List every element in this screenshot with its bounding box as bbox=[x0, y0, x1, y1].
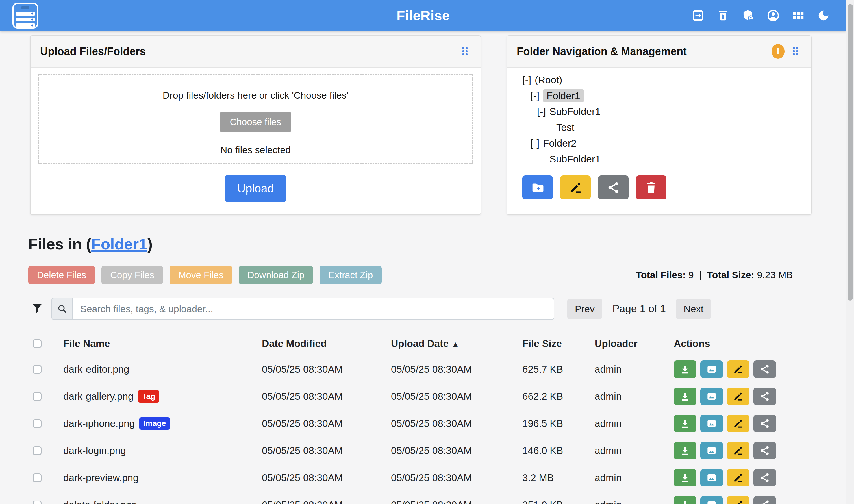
filerise-logo-icon[interactable] bbox=[13, 2, 38, 29]
file-dropzone[interactable]: Drop files/folders here or click 'Choose… bbox=[38, 74, 473, 164]
preview-file-button[interactable] bbox=[700, 415, 723, 432]
share-file-button[interactable] bbox=[753, 442, 776, 460]
preview-file-button[interactable] bbox=[700, 496, 723, 504]
column-header-uploaded[interactable]: Upload Date▲ bbox=[391, 338, 522, 349]
tree-item-folder1[interactable]: [-] Folder1 bbox=[522, 88, 811, 104]
row-checkbox[interactable] bbox=[33, 446, 41, 455]
column-header-modified[interactable]: Date Modified bbox=[262, 338, 391, 349]
row-checkbox[interactable] bbox=[33, 501, 41, 504]
tree-label[interactable]: SubFolder1 bbox=[549, 106, 601, 117]
drag-handle-icon[interactable] bbox=[789, 44, 801, 58]
tree-item-test[interactable]: Test bbox=[522, 120, 811, 135]
row-actions bbox=[674, 442, 793, 460]
download-file-button[interactable] bbox=[674, 442, 696, 460]
trash-restore-icon[interactable] bbox=[716, 8, 730, 23]
next-page-button[interactable]: Next bbox=[676, 299, 711, 319]
upload-button[interactable]: Upload bbox=[225, 175, 287, 202]
column-header-name[interactable]: File Name bbox=[63, 338, 262, 349]
move-files-button[interactable]: Move Files bbox=[169, 266, 232, 285]
tree-label[interactable]: Test bbox=[556, 122, 574, 133]
share-file-button[interactable] bbox=[753, 469, 776, 486]
tree-label[interactable]: (Root) bbox=[535, 74, 562, 86]
column-header-uploader[interactable]: Uploader bbox=[595, 338, 674, 349]
extract-zip-button[interactable]: Extract Zip bbox=[320, 266, 382, 285]
app-title: FileRise bbox=[397, 8, 450, 23]
admin-shield-icon[interactable] bbox=[741, 8, 755, 23]
share-file-button[interactable] bbox=[753, 496, 776, 504]
folder-card-header: Folder Navigation & Management bbox=[507, 36, 811, 68]
rename-file-button[interactable] bbox=[727, 415, 749, 432]
sign-out-icon[interactable] bbox=[691, 8, 705, 23]
rename-file-button[interactable] bbox=[727, 360, 749, 378]
share-icon bbox=[759, 472, 770, 483]
tree-label[interactable]: Folder2 bbox=[543, 138, 577, 149]
share-file-button[interactable] bbox=[753, 388, 776, 405]
download-icon bbox=[679, 418, 691, 429]
folder-plus-icon bbox=[530, 181, 545, 195]
dropzone-text: Drop files/folders here or click 'Choose… bbox=[163, 90, 348, 101]
download-file-button[interactable] bbox=[674, 496, 696, 504]
preview-file-button[interactable] bbox=[700, 442, 723, 460]
download-file-button[interactable] bbox=[674, 415, 696, 432]
header-icon-group bbox=[691, 8, 831, 23]
pencil-icon bbox=[732, 364, 744, 375]
drag-handle-icon[interactable] bbox=[458, 44, 471, 58]
row-checkbox[interactable] bbox=[33, 473, 41, 482]
dark-mode-icon[interactable] bbox=[816, 8, 831, 23]
share-file-button[interactable] bbox=[753, 360, 776, 378]
download-file-button[interactable] bbox=[674, 388, 696, 405]
row-checkbox[interactable] bbox=[33, 392, 41, 401]
choose-files-button[interactable]: Choose files bbox=[220, 112, 292, 132]
apps-grid-icon[interactable] bbox=[791, 8, 805, 23]
delete-files-button[interactable]: Delete Files bbox=[28, 266, 95, 285]
tree-item-subfolder1-b[interactable]: SubFolder1 bbox=[522, 151, 811, 167]
delete-folder-button[interactable] bbox=[636, 176, 667, 199]
filter-icon[interactable] bbox=[31, 302, 44, 316]
pencil-icon bbox=[732, 445, 744, 456]
info-icon[interactable] bbox=[771, 44, 784, 59]
folder-action-buttons bbox=[507, 167, 811, 199]
copy-files-button[interactable]: Copy Files bbox=[102, 266, 163, 285]
tree-label[interactable]: SubFolder1 bbox=[549, 154, 601, 165]
file-size: 662.2 KB bbox=[522, 391, 595, 402]
rename-file-button[interactable] bbox=[727, 388, 749, 405]
row-checkbox[interactable] bbox=[33, 419, 41, 428]
profile-icon[interactable] bbox=[766, 8, 780, 23]
scrollbar-thumb[interactable] bbox=[848, 4, 853, 301]
tree-toggle[interactable]: [-] bbox=[530, 90, 539, 102]
tree-item-folder2[interactable]: [-] Folder2 bbox=[522, 135, 811, 151]
current-folder-link[interactable]: Folder1 bbox=[91, 235, 147, 253]
rename-file-button[interactable] bbox=[727, 469, 749, 486]
top-bar: FileRise bbox=[0, 0, 847, 31]
file-name: dark-editor.png bbox=[63, 364, 262, 375]
tree-toggle[interactable]: [-] bbox=[522, 74, 531, 86]
select-all-checkbox[interactable] bbox=[33, 339, 41, 348]
file-name: dark-gallery.pngTag bbox=[63, 390, 262, 402]
pencil-icon bbox=[732, 418, 744, 429]
preview-file-button[interactable] bbox=[700, 360, 723, 378]
page-indicator: Page 1 of 1 bbox=[613, 303, 666, 315]
tree-item-root[interactable]: [-] (Root) bbox=[522, 72, 811, 88]
search-row: Prev Page 1 of 1 Next bbox=[28, 298, 793, 320]
download-file-button[interactable] bbox=[674, 360, 696, 378]
share-folder-button[interactable] bbox=[598, 176, 629, 199]
rename-file-button[interactable] bbox=[727, 496, 749, 504]
tree-toggle[interactable]: [-] bbox=[537, 106, 546, 117]
create-folder-button[interactable] bbox=[522, 176, 553, 199]
tree-toggle[interactable]: [-] bbox=[530, 138, 539, 149]
image-icon bbox=[706, 445, 717, 456]
prev-page-button[interactable]: Prev bbox=[567, 299, 602, 319]
download-zip-button[interactable]: Download Zip bbox=[239, 266, 313, 285]
preview-file-button[interactable] bbox=[700, 388, 723, 405]
column-header-size[interactable]: File Size bbox=[522, 338, 595, 349]
row-checkbox[interactable] bbox=[33, 365, 41, 374]
search-input[interactable] bbox=[72, 298, 554, 320]
total-files-value: 9 bbox=[688, 270, 694, 280]
rename-file-button[interactable] bbox=[727, 442, 749, 460]
tree-label-selected[interactable]: Folder1 bbox=[543, 89, 584, 102]
download-file-button[interactable] bbox=[674, 469, 696, 486]
tree-item-subfolder1[interactable]: [-] SubFolder1 bbox=[522, 104, 811, 120]
rename-folder-button[interactable] bbox=[560, 176, 591, 199]
share-file-button[interactable] bbox=[753, 415, 776, 432]
preview-file-button[interactable] bbox=[700, 469, 723, 486]
